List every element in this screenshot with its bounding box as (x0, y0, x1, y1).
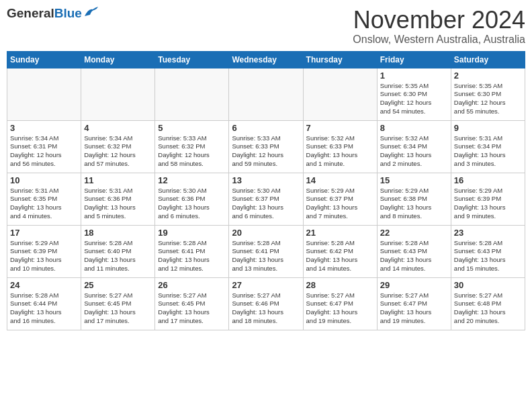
day-info: Sunrise: 5:32 AM Sunset: 6:34 PM Dayligh… (380, 134, 448, 169)
logo: GeneralBlue (7, 7, 98, 19)
calendar-cell: 21Sunrise: 5:28 AM Sunset: 6:42 PM Dayli… (303, 225, 377, 277)
calendar-cell: 17Sunrise: 5:29 AM Sunset: 6:39 PM Dayli… (7, 225, 81, 277)
day-number: 30 (454, 280, 522, 290)
day-info: Sunrise: 5:28 AM Sunset: 6:41 PM Dayligh… (232, 239, 300, 273)
day-number: 15 (380, 175, 448, 185)
day-number: 17 (10, 228, 78, 238)
day-number: 29 (380, 280, 448, 290)
calendar-cell: 29Sunrise: 5:27 AM Sunset: 6:47 PM Dayli… (377, 277, 451, 330)
calendar-cell: 26Sunrise: 5:27 AM Sunset: 6:45 PM Dayli… (155, 277, 229, 330)
calendar-cell: 5Sunrise: 5:33 AM Sunset: 6:32 PM Daylig… (155, 120, 229, 173)
calendar-cell: 28Sunrise: 5:27 AM Sunset: 6:47 PM Dayli… (303, 277, 377, 330)
day-info: Sunrise: 5:27 AM Sunset: 6:47 PM Dayligh… (306, 291, 374, 326)
day-number: 3 (10, 123, 78, 133)
day-info: Sunrise: 5:28 AM Sunset: 6:44 PM Dayligh… (10, 291, 78, 326)
day-info: Sunrise: 5:35 AM Sunset: 6:30 PM Dayligh… (380, 82, 448, 116)
calendar-cell: 13Sunrise: 5:30 AM Sunset: 6:37 PM Dayli… (229, 173, 303, 225)
day-info: Sunrise: 5:31 AM Sunset: 6:36 PM Dayligh… (84, 187, 152, 221)
day-info: Sunrise: 5:28 AM Sunset: 6:43 PM Dayligh… (380, 239, 448, 273)
day-info: Sunrise: 5:27 AM Sunset: 6:46 PM Dayligh… (232, 291, 300, 326)
day-info: Sunrise: 5:33 AM Sunset: 6:32 PM Dayligh… (158, 134, 226, 169)
day-number: 7 (306, 123, 374, 133)
day-info: Sunrise: 5:30 AM Sunset: 6:36 PM Dayligh… (158, 187, 226, 221)
calendar-cell: 10Sunrise: 5:31 AM Sunset: 6:35 PM Dayli… (7, 173, 81, 225)
calendar-header-row: SundayMondayTuesdayWednesdayThursdayFrid… (7, 51, 525, 68)
calendar-week-row: 3Sunrise: 5:34 AM Sunset: 6:31 PM Daylig… (7, 120, 525, 173)
day-info: Sunrise: 5:34 AM Sunset: 6:32 PM Dayligh… (84, 134, 152, 169)
calendar-cell: 19Sunrise: 5:28 AM Sunset: 6:41 PM Dayli… (155, 225, 229, 277)
day-info: Sunrise: 5:27 AM Sunset: 6:48 PM Dayligh… (454, 291, 522, 326)
day-info: Sunrise: 5:30 AM Sunset: 6:37 PM Dayligh… (232, 187, 300, 221)
calendar-cell: 23Sunrise: 5:28 AM Sunset: 6:43 PM Dayli… (451, 225, 525, 277)
day-info: Sunrise: 5:32 AM Sunset: 6:33 PM Dayligh… (306, 134, 374, 169)
day-number: 24 (10, 280, 78, 290)
day-info: Sunrise: 5:31 AM Sunset: 6:35 PM Dayligh… (10, 187, 78, 221)
day-number: 1 (380, 71, 448, 81)
day-info: Sunrise: 5:27 AM Sunset: 6:45 PM Dayligh… (158, 291, 226, 326)
day-number: 22 (380, 228, 448, 238)
day-info: Sunrise: 5:34 AM Sunset: 6:31 PM Dayligh… (10, 134, 78, 169)
day-number: 20 (232, 228, 300, 238)
calendar-cell: 18Sunrise: 5:28 AM Sunset: 6:40 PM Dayli… (81, 225, 155, 277)
calendar-cell: 25Sunrise: 5:27 AM Sunset: 6:45 PM Dayli… (81, 277, 155, 330)
day-number: 4 (84, 123, 152, 133)
calendar-cell: 27Sunrise: 5:27 AM Sunset: 6:46 PM Dayli… (229, 277, 303, 330)
day-number: 16 (454, 175, 522, 185)
calendar-cell: 12Sunrise: 5:30 AM Sunset: 6:36 PM Dayli… (155, 173, 229, 225)
calendar-cell (7, 68, 81, 120)
day-info: Sunrise: 5:29 AM Sunset: 6:38 PM Dayligh… (380, 187, 448, 221)
weekday-header-saturday: Saturday (451, 51, 525, 68)
calendar-cell: 9Sunrise: 5:31 AM Sunset: 6:34 PM Daylig… (451, 120, 525, 173)
weekday-header-sunday: Sunday (7, 51, 81, 68)
calendar-cell: 22Sunrise: 5:28 AM Sunset: 6:43 PM Dayli… (377, 225, 451, 277)
day-number: 14 (306, 175, 374, 185)
calendar-cell: 3Sunrise: 5:34 AM Sunset: 6:31 PM Daylig… (7, 120, 81, 173)
calendar-cell (229, 68, 303, 120)
logo-bird-icon (83, 7, 98, 17)
page-header: GeneralBlue November 2024 Onslow, Wester… (7, 7, 525, 46)
calendar-cell: 6Sunrise: 5:33 AM Sunset: 6:33 PM Daylig… (229, 120, 303, 173)
calendar-cell: 2Sunrise: 5:35 AM Sunset: 6:30 PM Daylig… (451, 68, 525, 120)
day-info: Sunrise: 5:31 AM Sunset: 6:34 PM Dayligh… (454, 134, 522, 169)
day-number: 2 (454, 71, 522, 81)
day-info: Sunrise: 5:33 AM Sunset: 6:33 PM Dayligh… (232, 134, 300, 169)
day-info: Sunrise: 5:28 AM Sunset: 6:42 PM Dayligh… (306, 239, 374, 273)
weekday-header-wednesday: Wednesday (229, 51, 303, 68)
title-area: November 2024 Onslow, Western Australia,… (353, 7, 525, 46)
calendar-cell: 24Sunrise: 5:28 AM Sunset: 6:44 PM Dayli… (7, 277, 81, 330)
day-number: 9 (454, 123, 522, 133)
location-subtitle: Onslow, Western Australia, Australia (353, 34, 525, 46)
calendar-cell: 16Sunrise: 5:29 AM Sunset: 6:39 PM Dayli… (451, 173, 525, 225)
day-info: Sunrise: 5:35 AM Sunset: 6:30 PM Dayligh… (454, 82, 522, 116)
day-number: 6 (232, 123, 300, 133)
calendar-cell: 14Sunrise: 5:29 AM Sunset: 6:37 PM Dayli… (303, 173, 377, 225)
day-number: 12 (158, 175, 226, 185)
calendar-cell: 8Sunrise: 5:32 AM Sunset: 6:34 PM Daylig… (377, 120, 451, 173)
day-number: 5 (158, 123, 226, 133)
month-title: November 2024 (353, 7, 525, 34)
weekday-header-tuesday: Tuesday (155, 51, 229, 68)
calendar-week-row: 1Sunrise: 5:35 AM Sunset: 6:30 PM Daylig… (7, 68, 525, 120)
calendar-week-row: 17Sunrise: 5:29 AM Sunset: 6:39 PM Dayli… (7, 225, 525, 277)
calendar-cell (155, 68, 229, 120)
day-info: Sunrise: 5:27 AM Sunset: 6:45 PM Dayligh… (84, 291, 152, 326)
calendar-cell (81, 68, 155, 120)
day-number: 23 (454, 228, 522, 238)
calendar-cell: 15Sunrise: 5:29 AM Sunset: 6:38 PM Dayli… (377, 173, 451, 225)
calendar-cell: 4Sunrise: 5:34 AM Sunset: 6:32 PM Daylig… (81, 120, 155, 173)
day-number: 19 (158, 228, 226, 238)
day-number: 28 (306, 280, 374, 290)
day-info: Sunrise: 5:29 AM Sunset: 6:37 PM Dayligh… (306, 187, 374, 221)
calendar-table: SundayMondayTuesdayWednesdayThursdayFrid… (7, 51, 525, 330)
day-info: Sunrise: 5:28 AM Sunset: 6:41 PM Dayligh… (158, 239, 226, 273)
day-info: Sunrise: 5:27 AM Sunset: 6:47 PM Dayligh… (380, 291, 448, 326)
calendar-cell (303, 68, 377, 120)
calendar-week-row: 24Sunrise: 5:28 AM Sunset: 6:44 PM Dayli… (7, 277, 525, 330)
day-info: Sunrise: 5:29 AM Sunset: 6:39 PM Dayligh… (454, 187, 522, 221)
day-number: 18 (84, 228, 152, 238)
day-number: 13 (232, 175, 300, 185)
day-number: 25 (84, 280, 152, 290)
day-info: Sunrise: 5:28 AM Sunset: 6:43 PM Dayligh… (454, 239, 522, 273)
calendar-cell: 11Sunrise: 5:31 AM Sunset: 6:36 PM Dayli… (81, 173, 155, 225)
weekday-header-monday: Monday (81, 51, 155, 68)
